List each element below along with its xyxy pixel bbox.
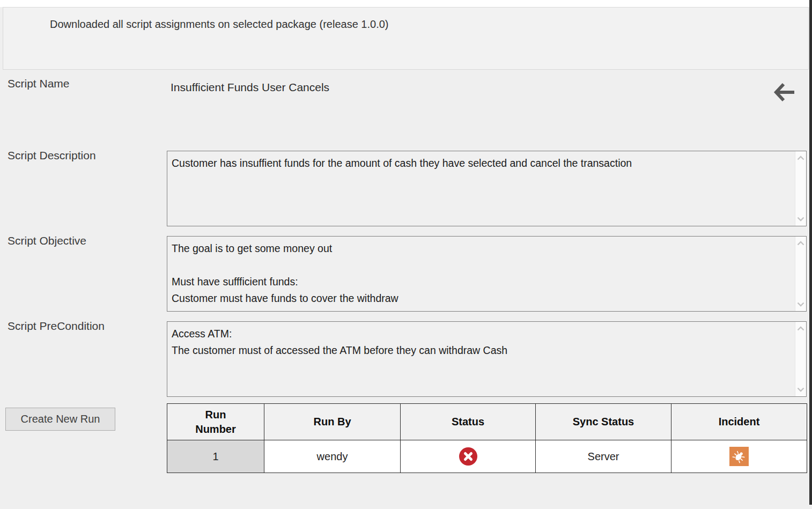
status-banner-message: Downloaded all script assignments on sel… <box>50 18 388 31</box>
script-name-value: Insufficient Funds User Cancels <box>171 81 329 94</box>
script-precondition-field[interactable]: Access ATM: The customer must of accesse… <box>167 321 807 397</box>
status-error-icon <box>459 447 477 466</box>
bug-icon[interactable] <box>729 447 749 466</box>
incident-cell <box>671 440 807 473</box>
script-description-label: Script Description <box>8 149 96 162</box>
back-button[interactable] <box>771 80 797 106</box>
script-description-text[interactable]: Customer has insuffient funds for the am… <box>167 151 795 226</box>
column-header-incident: Incident <box>671 404 807 440</box>
top-margin-strip <box>0 0 812 7</box>
scroll-up-icon[interactable] <box>797 156 804 160</box>
back-arrow-icon <box>772 79 796 106</box>
table-row[interactable]: 1 wendy Server <box>167 440 807 473</box>
scroll-up-icon[interactable] <box>797 241 804 246</box>
status-cell <box>401 440 536 473</box>
column-header-run-number: Run Number <box>167 404 264 440</box>
script-objective-label: Script Objective <box>8 234 86 247</box>
run-number-cell[interactable]: 1 <box>167 440 264 473</box>
script-name-label: Script Name <box>8 77 70 90</box>
scroll-down-icon[interactable] <box>797 217 804 222</box>
runs-table-header-row: Run Number Run By Status Sync Status Inc… <box>167 404 807 440</box>
script-detail-page: { "banner": { "message": "Downloaded all… <box>0 0 812 509</box>
status-banner: Downloaded all script assignments on sel… <box>3 7 809 70</box>
column-header-run-by: Run By <box>264 404 401 440</box>
scroll-down-icon[interactable] <box>797 387 804 392</box>
window-right-edge <box>809 0 812 505</box>
create-new-run-button[interactable]: Create New Run <box>5 408 115 431</box>
script-precondition-label: Script PreCondition <box>8 320 105 333</box>
scroll-up-icon[interactable] <box>797 326 804 331</box>
script-description-field[interactable]: Customer has insuffient funds for the am… <box>167 151 807 226</box>
precondition-scrollbar[interactable] <box>795 322 806 396</box>
objective-scrollbar[interactable] <box>795 237 806 311</box>
runs-table: Run Number Run By Status Sync Status Inc… <box>167 403 807 473</box>
column-header-sync-status: Sync Status <box>536 404 671 440</box>
scroll-down-icon[interactable] <box>797 302 804 307</box>
script-objective-field[interactable]: The goal is to get some money out Must h… <box>167 236 807 312</box>
sync-status-cell: Server <box>536 440 671 473</box>
script-precondition-text[interactable]: Access ATM: The customer must of accesse… <box>167 322 795 396</box>
column-header-status: Status <box>401 404 536 440</box>
description-scrollbar[interactable] <box>795 151 806 226</box>
run-by-cell: wendy <box>264 440 401 473</box>
script-objective-text[interactable]: The goal is to get some money out Must h… <box>167 237 795 311</box>
